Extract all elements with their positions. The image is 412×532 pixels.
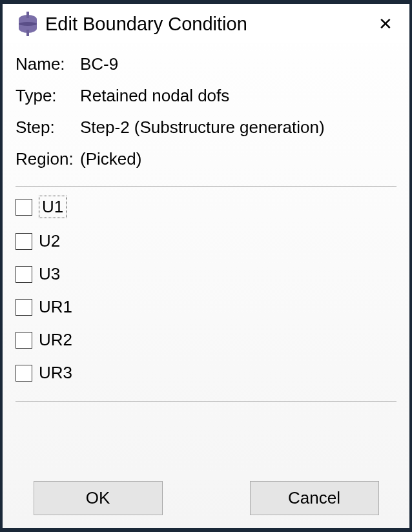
svg-rect-5 <box>26 30 29 36</box>
checkbox-ur1[interactable] <box>15 299 32 316</box>
divider-bottom <box>15 401 397 402</box>
step-label: Step: <box>15 118 80 138</box>
type-label: Type: <box>15 86 80 106</box>
divider-top <box>15 186 397 187</box>
checkbox-u2[interactable] <box>15 233 32 250</box>
dof-list: U1U2U3UR1UR2UR3 <box>15 196 397 396</box>
dof-row-ur1: UR1 <box>15 297 397 317</box>
dof-row-u2: U2 <box>15 231 397 251</box>
checkbox-ur2[interactable] <box>15 332 32 349</box>
name-row: Name: BC-9 <box>15 54 397 74</box>
dof-row-ur2: UR2 <box>15 330 397 350</box>
edit-boundary-dialog: Edit Boundary Condition ✕ Name: BC-9 Typ… <box>3 4 409 528</box>
dialog-title: Edit Boundary Condition <box>45 14 373 35</box>
checkbox-u1[interactable] <box>15 199 32 216</box>
dof-row-ur3: UR3 <box>15 363 397 383</box>
region-value: (Picked) <box>80 149 397 169</box>
type-value: Retained nodal dofs <box>80 86 397 106</box>
cancel-button[interactable]: Cancel <box>250 481 379 515</box>
checkbox-label-ur2[interactable]: UR2 <box>39 330 72 350</box>
step-row: Step: Step-2 (Substructure generation) <box>15 118 397 138</box>
checkbox-ur3[interactable] <box>15 365 32 382</box>
checkbox-u3[interactable] <box>15 266 32 283</box>
checkbox-label-u1[interactable]: U1 <box>39 196 67 218</box>
svg-point-3 <box>19 22 37 26</box>
checkbox-label-ur3[interactable]: UR3 <box>39 363 72 383</box>
button-row: OK Cancel <box>3 472 409 528</box>
dialog-content: Name: BC-9 Type: Retained nodal dofs Ste… <box>3 43 409 472</box>
checkbox-label-u2[interactable]: U2 <box>39 231 60 251</box>
name-label: Name: <box>15 54 80 74</box>
type-row: Type: Retained nodal dofs <box>15 86 397 106</box>
checkbox-label-u3[interactable]: U3 <box>39 264 60 284</box>
dof-row-u3: U3 <box>15 264 397 284</box>
titlebar: Edit Boundary Condition ✕ <box>3 4 409 43</box>
region-row: Region: (Picked) <box>15 149 397 169</box>
app-icon <box>14 10 41 37</box>
name-value: BC-9 <box>80 54 397 74</box>
checkbox-label-ur1[interactable]: UR1 <box>39 297 72 317</box>
close-icon[interactable]: ✕ <box>373 12 398 37</box>
svg-rect-4 <box>26 12 29 18</box>
region-label: Region: <box>15 149 80 169</box>
dof-row-u1: U1 <box>15 196 397 218</box>
step-value: Step-2 (Substructure generation) <box>80 118 397 138</box>
ok-button[interactable]: OK <box>34 481 163 515</box>
